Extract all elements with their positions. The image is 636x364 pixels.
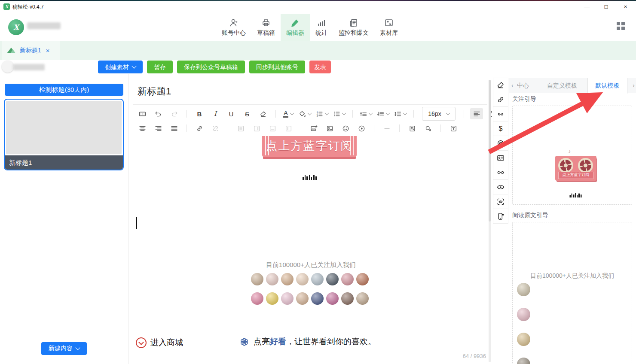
tab-new-title-1[interactable]: 新标题1 × bbox=[2, 41, 60, 60]
follow-guide-template[interactable]: ♪ 点上方蓝字订阅 bbox=[512, 106, 632, 205]
line-height-button[interactable] bbox=[393, 108, 407, 119]
eraser-tool-button[interactable] bbox=[493, 78, 508, 92]
bar-chart-icon bbox=[316, 18, 327, 28]
text-card-button[interactable] bbox=[447, 123, 460, 134]
space-before-button[interactable] bbox=[359, 108, 373, 119]
new-content-button[interactable]: 新建内容 bbox=[41, 342, 87, 355]
channels-tool-button[interactable] bbox=[493, 165, 508, 180]
follower-avatar-row bbox=[251, 273, 369, 285]
circle-chevron-icon bbox=[136, 337, 147, 348]
tab-custom-template[interactable]: 自定义模板 bbox=[547, 78, 577, 93]
undo-button[interactable] bbox=[152, 108, 165, 119]
nav-item-draftbox[interactable]: 草稿箱 bbox=[251, 14, 281, 41]
nav-item-monitor-hot[interactable]: 监控和爆文 bbox=[333, 14, 374, 41]
align-right-button[interactable] bbox=[152, 123, 165, 134]
music-note-icon: ♪ bbox=[568, 148, 571, 155]
dollar-icon: $ bbox=[499, 125, 503, 133]
nav-item-statistics[interactable]: 统计 bbox=[310, 14, 333, 41]
enter-mall-link[interactable]: 进入商城 bbox=[136, 337, 183, 348]
nav-item-material-library[interactable]: 素材库 bbox=[374, 14, 404, 41]
align-justify-button[interactable] bbox=[168, 123, 180, 134]
apps-grid-icon[interactable] bbox=[617, 22, 625, 30]
layout-full-button[interactable] bbox=[234, 123, 247, 134]
strikethrough-button[interactable]: S bbox=[241, 108, 254, 119]
tab-default-template[interactable]: 默认模板 bbox=[587, 78, 627, 94]
tabs-scroll-left-icon[interactable]: ‹ bbox=[511, 78, 514, 93]
tab-close-icon[interactable]: × bbox=[46, 47, 50, 54]
text-cursor bbox=[136, 217, 137, 229]
article-title-input[interactable]: 新标题1 bbox=[138, 85, 171, 98]
insert-divider-button[interactable] bbox=[380, 123, 393, 134]
cassette-subscribe-text: 点上方蓝字订阅 bbox=[558, 172, 593, 179]
pencil-icon bbox=[290, 18, 300, 28]
font-color-button[interactable]: A bbox=[282, 108, 295, 119]
document-tabbar: 新标题1 × bbox=[0, 41, 636, 60]
ordered-list-button[interactable] bbox=[315, 108, 329, 119]
image-library-button[interactable] bbox=[323, 123, 336, 134]
highlight-color-button[interactable] bbox=[298, 108, 312, 119]
visibility-tool-button[interactable] bbox=[493, 180, 508, 194]
save-to-draftbox-button[interactable]: 保存到公众号草稿箱 bbox=[177, 61, 245, 73]
mobile-preview-tool-button[interactable] bbox=[493, 209, 508, 224]
business-card-tool-button[interactable] bbox=[493, 151, 508, 165]
insert-video-button[interactable] bbox=[355, 123, 368, 134]
align-left-button[interactable] bbox=[470, 108, 483, 119]
like-prompt: 点亮好看，让世界看到你的喜欢。 bbox=[239, 336, 376, 347]
nav-item-account-center[interactable]: 账号中心 bbox=[216, 14, 251, 41]
source-code-button[interactable] bbox=[136, 108, 149, 119]
draft-card[interactable]: 新标题1 bbox=[4, 99, 124, 170]
follower-avatar bbox=[517, 283, 530, 296]
draft-thumbnail bbox=[6, 101, 122, 154]
read-original-template[interactable]: 目前100000+人已关注加入我们 bbox=[512, 222, 632, 364]
chevron-down-icon bbox=[290, 111, 294, 115]
template-panel-tabs: ‹ 中心 自定义模板 默认模板 › bbox=[509, 78, 636, 93]
align-center-button[interactable] bbox=[136, 123, 149, 134]
emoji-button[interactable] bbox=[339, 123, 352, 134]
divider bbox=[440, 124, 441, 132]
bold-button[interactable]: B bbox=[193, 108, 206, 119]
insert-link-button[interactable] bbox=[193, 123, 206, 134]
space-after-button[interactable] bbox=[376, 108, 390, 119]
dial-tool-button[interactable] bbox=[493, 136, 508, 151]
detect-title-button[interactable]: 检测标题(30天内) bbox=[5, 84, 123, 96]
save-temp-button[interactable]: 暂存 bbox=[147, 61, 173, 73]
underline-button[interactable]: U bbox=[225, 108, 238, 119]
subscribe-stamp-image[interactable]: 点上方蓝字订阅 bbox=[262, 136, 357, 157]
text-link-tool-button[interactable] bbox=[493, 107, 508, 121]
tab-center[interactable]: 中心 bbox=[517, 78, 529, 93]
layout-right-button[interactable] bbox=[250, 123, 263, 134]
maximize-button[interactable]: □ bbox=[596, 1, 616, 13]
chevron-down-icon bbox=[75, 345, 80, 350]
layout-bottom-button[interactable] bbox=[266, 123, 279, 134]
sync-accounts-button[interactable]: 同步到其他账号 bbox=[249, 61, 305, 73]
window-title: 稿轻松-v0.4.7 bbox=[12, 1, 44, 13]
unlink-button[interactable] bbox=[209, 123, 222, 134]
close-button[interactable]: × bbox=[616, 1, 635, 13]
unordered-list-button[interactable] bbox=[332, 108, 346, 119]
layout-left-button[interactable] bbox=[282, 123, 295, 134]
italic-button[interactable]: I bbox=[209, 108, 222, 119]
divider bbox=[133, 104, 487, 105]
insert-image-button[interactable] bbox=[307, 123, 320, 134]
clear-format-button[interactable] bbox=[257, 108, 269, 119]
preview-button[interactable] bbox=[406, 123, 419, 134]
redo-button[interactable] bbox=[168, 108, 180, 119]
create-material-button[interactable]: 创建素材 bbox=[98, 61, 143, 73]
reward-tool-button[interactable]: $ bbox=[493, 121, 508, 136]
scan-preview-tool-button[interactable] bbox=[493, 194, 508, 209]
cassette-reel bbox=[578, 158, 593, 173]
app-header: X 账号中心 草稿箱 编辑器 统计 监控和爆文 素材库 bbox=[0, 13, 636, 41]
avatar[interactable]: X bbox=[8, 19, 24, 35]
divider bbox=[413, 110, 414, 118]
draft-card-title: 新标题1 bbox=[5, 155, 123, 170]
editor-scrollbar[interactable] bbox=[489, 80, 491, 362]
font-size-select[interactable]: 16px bbox=[422, 107, 456, 121]
publish-button[interactable]: 发表 bbox=[309, 61, 331, 73]
link-tool-button[interactable] bbox=[493, 92, 508, 107]
tabs-scroll-right-icon[interactable]: › bbox=[633, 78, 635, 93]
chevron-down-icon bbox=[403, 111, 407, 115]
find-replace-button[interactable] bbox=[422, 123, 434, 134]
divider bbox=[187, 124, 187, 132]
nav-item-editor[interactable]: 编辑器 bbox=[281, 14, 310, 41]
minimize-button[interactable]: — bbox=[577, 1, 596, 13]
